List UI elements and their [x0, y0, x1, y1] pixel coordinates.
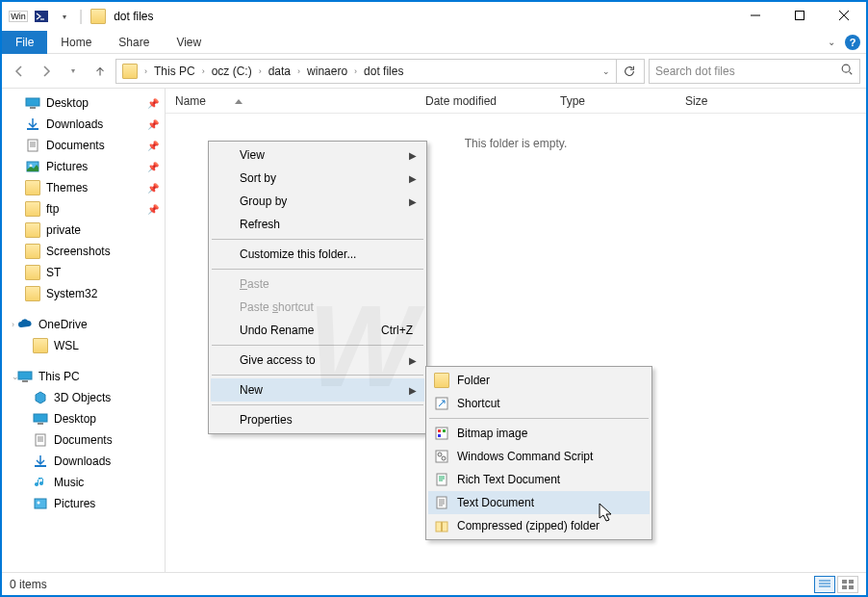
search-input[interactable]: Search dot files — [649, 59, 860, 84]
item-count: 0 items — [10, 578, 47, 591]
svg-rect-23 — [438, 429, 441, 432]
expand-ribbon-icon[interactable]: ⌄ — [828, 37, 835, 47]
folder-icon — [25, 286, 40, 301]
column-type[interactable]: Type — [550, 94, 676, 108]
nav-wsl[interactable]: WSL — [2, 335, 165, 356]
menu-customize[interactable]: Customize this folder... — [211, 243, 424, 266]
desktop-icon — [25, 95, 40, 111]
svg-rect-20 — [849, 585, 854, 589]
column-date[interactable]: Date modified — [416, 94, 550, 108]
chevron-right-icon[interactable]: › — [199, 66, 208, 76]
nav-screenshots[interactable]: Screenshots — [2, 241, 165, 262]
chevron-right-icon: ▶ — [409, 150, 417, 161]
nav-thispc[interactable]: ⌄This PC — [2, 366, 165, 387]
details-view-button[interactable] — [814, 576, 835, 593]
menu-sort-by[interactable]: Sort by▶ — [211, 167, 424, 190]
nav-st[interactable]: ST — [2, 262, 165, 283]
maximize-button[interactable] — [778, 2, 822, 29]
nav-system32[interactable]: System32 — [2, 283, 165, 304]
svg-rect-29 — [437, 474, 447, 485]
nav-desktop[interactable]: Desktop📌 — [2, 92, 165, 114]
qat-dropdown[interactable]: ▾ — [54, 6, 75, 27]
crumb-winaero[interactable]: winaero — [303, 65, 351, 78]
documents-icon — [25, 138, 40, 153]
navigation-pane[interactable]: Desktop📌 Downloads📌 Documents📌 Pictures📌… — [2, 89, 166, 572]
desktop-icon — [33, 411, 48, 427]
new-text[interactable]: Text Document — [428, 491, 650, 514]
svg-rect-18 — [849, 580, 854, 584]
thumbnails-view-button[interactable] — [837, 576, 858, 593]
new-bitmap[interactable]: Bitmap image — [428, 422, 650, 445]
nav-3dobjects[interactable]: 3D Objects — [2, 387, 165, 408]
share-tab[interactable]: Share — [105, 32, 163, 53]
svg-rect-30 — [437, 497, 447, 508]
help-icon[interactable]: ? — [845, 35, 860, 50]
close-button[interactable] — [822, 2, 866, 29]
menu-refresh[interactable]: Refresh — [211, 213, 424, 236]
search-icon[interactable] — [840, 63, 854, 79]
address-bar[interactable]: › This PC › ocz (C:) › data › winaero › … — [115, 59, 645, 84]
menu-properties[interactable]: Properties — [211, 408, 424, 431]
file-tab[interactable]: File — [2, 31, 47, 54]
crumb-drive[interactable]: ocz (C:) — [208, 65, 256, 78]
svg-rect-12 — [38, 423, 43, 425]
nav-downloads[interactable]: Downloads📌 — [2, 114, 165, 135]
nav-private[interactable]: private — [2, 220, 165, 241]
svg-rect-22 — [436, 428, 447, 439]
column-name[interactable]: Name — [166, 94, 416, 108]
qat-app-icon[interactable]: Win — [8, 6, 29, 27]
zip-icon — [434, 518, 449, 533]
menu-view[interactable]: View▶ — [211, 143, 424, 167]
onedrive-icon — [17, 317, 33, 332]
svg-point-16 — [38, 502, 40, 505]
chevron-right-icon[interactable]: › — [256, 66, 265, 76]
new-cmd[interactable]: Windows Command Script — [428, 445, 650, 468]
svg-rect-17 — [842, 580, 847, 584]
chevron-right-icon[interactable]: › — [141, 66, 150, 76]
text-icon — [434, 495, 449, 510]
refresh-button[interactable] — [616, 60, 642, 83]
nav-documents[interactable]: Documents📌 — [2, 135, 165, 156]
chevron-right-icon: ▶ — [409, 173, 417, 184]
up-button[interactable] — [89, 60, 112, 83]
svg-point-2 — [842, 65, 850, 72]
nav-documents2[interactable]: Documents — [2, 429, 165, 451]
minimize-button[interactable] — [733, 2, 778, 29]
nav-ftp[interactable]: ftp📌 — [2, 198, 165, 220]
new-shortcut[interactable]: Shortcut — [428, 392, 650, 415]
qat-powershell-icon[interactable] — [31, 6, 52, 27]
crumb-dotfiles[interactable]: dot files — [360, 65, 407, 78]
nav-pictures[interactable]: Pictures📌 — [2, 156, 165, 177]
nav-music[interactable]: Music — [2, 472, 165, 493]
recent-locations-button[interactable]: ▾ — [62, 60, 85, 83]
svg-rect-3 — [26, 98, 39, 106]
svg-rect-25 — [438, 434, 441, 437]
forward-button[interactable] — [35, 60, 58, 83]
chevron-right-icon[interactable]: › — [351, 66, 360, 76]
ribbon-tabs: File Home Share View ⌄ ? — [2, 31, 866, 54]
new-zip[interactable]: Compressed (zipped) folder — [428, 514, 650, 537]
menu-undo-rename[interactable]: Undo RenameCtrl+Z — [211, 319, 424, 342]
crumb-this-pc[interactable]: This PC — [150, 65, 199, 78]
column-size[interactable]: Size — [676, 94, 772, 108]
new-rtf[interactable]: Rich Text Document — [428, 468, 650, 491]
svg-rect-26 — [436, 451, 447, 462]
home-tab[interactable]: Home — [47, 32, 105, 53]
chevron-right-icon[interactable]: › — [294, 66, 303, 76]
nav-pictures2[interactable]: Pictures — [2, 493, 165, 514]
music-icon — [33, 475, 48, 490]
nav-desktop2[interactable]: Desktop — [2, 408, 165, 429]
address-dropdown[interactable]: ⌄ — [597, 66, 616, 76]
view-tab[interactable]: View — [163, 32, 215, 53]
documents-icon — [33, 432, 48, 448]
new-submenu: Folder Shortcut Bitmap image Windows Com… — [425, 366, 652, 540]
new-folder[interactable]: Folder — [428, 369, 650, 392]
nav-themes[interactable]: Themes📌 — [2, 177, 165, 198]
menu-new[interactable]: New▶ — [211, 378, 424, 402]
crumb-data[interactable]: data — [265, 65, 294, 78]
menu-group-by[interactable]: Group by▶ — [211, 190, 424, 213]
back-button[interactable] — [8, 60, 31, 83]
nav-onedrive[interactable]: ›OneDrive — [2, 314, 165, 335]
menu-give-access[interactable]: Give access to▶ — [211, 349, 424, 372]
nav-downloads2[interactable]: Downloads — [2, 451, 165, 472]
